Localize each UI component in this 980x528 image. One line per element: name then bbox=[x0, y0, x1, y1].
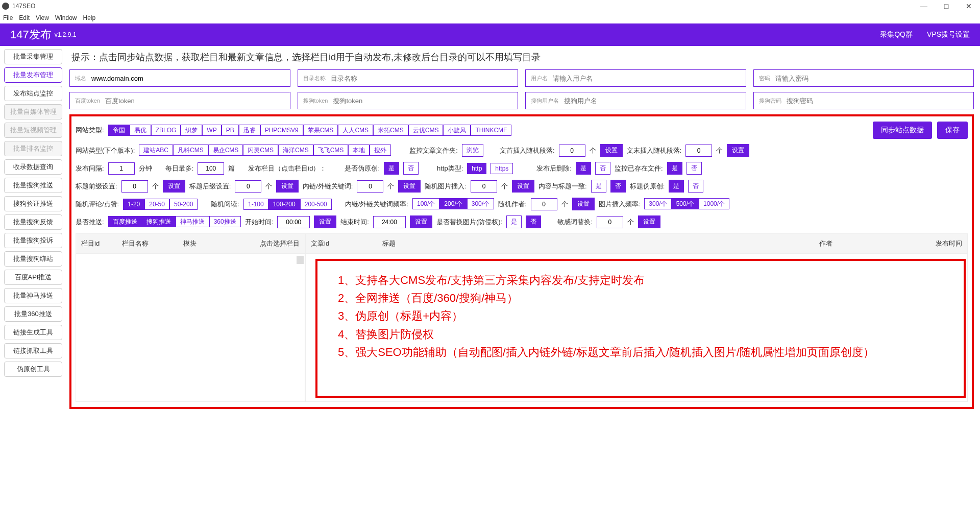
minimize-icon[interactable]: — bbox=[919, 2, 929, 10]
baidu-token-input[interactable] bbox=[105, 97, 285, 105]
rr-opts-opt-1[interactable]: 100-200 bbox=[268, 199, 300, 210]
maximize-icon[interactable]: □ bbox=[941, 2, 951, 10]
site-types-next-opt-7[interactable]: 搜外 bbox=[370, 145, 391, 156]
sensitive-input[interactable] bbox=[597, 216, 623, 228]
site-types-opt-11[interactable]: 云优CMS bbox=[408, 125, 444, 136]
pass-field[interactable]: 密码 bbox=[753, 69, 974, 87]
title-pseudo-yes[interactable]: 是 bbox=[669, 180, 684, 193]
inlink-input[interactable] bbox=[357, 180, 383, 193]
if-opts-opt-0[interactable]: 300/个 bbox=[644, 198, 671, 209]
pass-input[interactable] bbox=[775, 75, 969, 82]
site-types-opt-6[interactable]: 迅睿 bbox=[239, 125, 260, 136]
sidebar-item-14[interactable]: 批量360推送 bbox=[4, 306, 62, 322]
site-types-opt-2[interactable]: ZBLOG bbox=[151, 125, 181, 136]
content-match-yes[interactable]: 是 bbox=[591, 180, 606, 193]
start-time-set[interactable]: 设置 bbox=[314, 215, 336, 228]
site-types-next-opt-0[interactable]: 建站ABC bbox=[139, 145, 173, 156]
sidebar-item-13[interactable]: 批量神马推送 bbox=[4, 288, 62, 303]
if-opts-opt-2[interactable]: 1000/个 bbox=[699, 198, 729, 209]
push-opts-opt-0[interactable]: 百度推送 bbox=[108, 216, 142, 227]
sidebar-item-8[interactable]: 搜狗验证推送 bbox=[4, 196, 62, 211]
rc-opts-opt-2[interactable]: 50-200 bbox=[169, 199, 198, 210]
if-opts-opt-1[interactable]: 500/个 bbox=[672, 198, 699, 209]
site-types-next-opt-5[interactable]: 飞飞CMS bbox=[313, 145, 349, 156]
domain-field[interactable]: 域名 bbox=[69, 69, 290, 87]
site-types-opt-7[interactable]: PHPCMSV9 bbox=[260, 125, 303, 136]
interval-input[interactable] bbox=[108, 162, 135, 175]
sogou-user-field[interactable]: 搜狗用户名 bbox=[525, 92, 746, 109]
site-types-opt-10[interactable]: 米拓CMS bbox=[373, 125, 408, 136]
sidebar-item-5[interactable]: 批量排名监控 bbox=[4, 141, 62, 156]
sogou-pass-field[interactable]: 搜狗密码 bbox=[753, 92, 974, 109]
head-insert-set[interactable]: 设置 bbox=[600, 144, 623, 157]
sidebar-item-9[interactable]: 批量搜狗反馈 bbox=[4, 214, 62, 230]
sidebar-item-10[interactable]: 批量搜狗投诉 bbox=[4, 233, 62, 248]
end-time-input[interactable] bbox=[373, 216, 406, 228]
watch-exist-no[interactable]: 否 bbox=[687, 162, 702, 175]
lf-opts-opt-2[interactable]: 300/个 bbox=[467, 198, 494, 209]
end-time-set[interactable]: 设置 bbox=[410, 215, 432, 228]
watch-exist-yes[interactable]: 是 bbox=[667, 162, 682, 175]
user-input[interactable] bbox=[553, 75, 741, 82]
push-opts-opt-2[interactable]: 神马推送 bbox=[176, 216, 209, 227]
sidebar-item-6[interactable]: 收录数据查询 bbox=[4, 159, 62, 175]
menu-edit[interactable]: Edit bbox=[19, 14, 30, 21]
pseudo-no[interactable]: 否 bbox=[403, 162, 419, 175]
browse-button[interactable]: 浏览 bbox=[462, 144, 483, 157]
sidebar-item-11[interactable]: 批量搜狗绑站 bbox=[4, 251, 62, 267]
user-field[interactable]: 用户名 bbox=[525, 69, 746, 87]
baidu-token-field[interactable]: 百度token bbox=[69, 92, 290, 109]
link-qq-group[interactable]: 采集QQ群 bbox=[880, 30, 913, 39]
sogou-pass-input[interactable] bbox=[787, 97, 969, 105]
sync-button[interactable]: 同步站点数据 bbox=[873, 122, 932, 139]
menu-window[interactable]: Window bbox=[55, 14, 77, 21]
prefix-set[interactable]: 设置 bbox=[163, 180, 185, 193]
link-vps-settings[interactable]: VPS拨号设置 bbox=[927, 30, 970, 39]
sogou-token-input[interactable] bbox=[333, 97, 512, 105]
rand-author-input[interactable] bbox=[531, 198, 557, 210]
sidebar-item-1[interactable]: 批量发布管理 bbox=[4, 67, 62, 83]
menu-view[interactable]: View bbox=[36, 14, 49, 21]
rc-opts-opt-1[interactable]: 20-50 bbox=[144, 199, 169, 210]
menu-file[interactable]: File bbox=[3, 14, 13, 21]
rr-opts-opt-0[interactable]: 1-100 bbox=[243, 199, 268, 210]
lf-opts-opt-0[interactable]: 100/个 bbox=[412, 198, 439, 209]
delete-no[interactable]: 否 bbox=[595, 162, 610, 175]
sidebar-item-15[interactable]: 链接生成工具 bbox=[4, 325, 62, 340]
tail-insert-set[interactable]: 设置 bbox=[727, 144, 749, 157]
replace-img-yes[interactable]: 是 bbox=[506, 215, 522, 228]
start-time-input[interactable] bbox=[277, 216, 310, 228]
pseudo-yes[interactable]: 是 bbox=[384, 162, 399, 175]
push-opts-opt-1[interactable]: 搜狗推送 bbox=[142, 216, 176, 227]
site-types-opt-8[interactable]: 苹果CMS bbox=[303, 125, 338, 136]
sidebar-item-7[interactable]: 批量搜狗推送 bbox=[4, 178, 62, 193]
site-types-next-opt-1[interactable]: 凡科CMS bbox=[173, 145, 208, 156]
sidebar-item-4[interactable]: 批量短视频管理 bbox=[4, 123, 62, 138]
replace-img-no[interactable]: 否 bbox=[526, 215, 541, 228]
push-opts-opt-3[interactable]: 360推送 bbox=[209, 216, 241, 227]
sidebar-item-12[interactable]: 百度API推送 bbox=[4, 270, 62, 285]
head-insert-input[interactable] bbox=[559, 145, 585, 157]
dir-input[interactable] bbox=[331, 75, 513, 82]
rc-opts-opt-0[interactable]: 1-20 bbox=[123, 199, 144, 210]
site-types-next-opt-6[interactable]: 本地 bbox=[348, 145, 370, 156]
menu-help[interactable]: Help bbox=[83, 14, 96, 21]
sidebar-item-17[interactable]: 伪原创工具 bbox=[4, 362, 62, 377]
sogou-token-field[interactable]: 搜狗token bbox=[298, 92, 519, 109]
suffix-set[interactable]: 设置 bbox=[276, 180, 299, 193]
inlink-set[interactable]: 设置 bbox=[398, 180, 421, 193]
site-types-opt-12[interactable]: 小旋风 bbox=[443, 125, 471, 136]
sensitive-set[interactable]: 设置 bbox=[638, 215, 660, 228]
site-types-next-opt-4[interactable]: 海洋CMS bbox=[278, 145, 313, 156]
daily-max-input[interactable] bbox=[198, 162, 224, 175]
site-types-opt-1[interactable]: 易优 bbox=[130, 125, 151, 136]
lf-opts-opt-1[interactable]: 200/个 bbox=[439, 198, 467, 209]
dir-field[interactable]: 目录名称 bbox=[298, 69, 519, 87]
rand-author-set[interactable]: 设置 bbox=[572, 198, 595, 210]
suffix-input[interactable] bbox=[235, 180, 261, 193]
rand-img-set[interactable]: 设置 bbox=[512, 180, 534, 193]
domain-input[interactable] bbox=[91, 75, 285, 82]
site-types-opt-4[interactable]: WP bbox=[202, 125, 221, 136]
site-types-next-opt-3[interactable]: 闪灵CMS bbox=[243, 145, 278, 156]
sidebar-item-0[interactable]: 批量采集管理 bbox=[4, 49, 62, 64]
